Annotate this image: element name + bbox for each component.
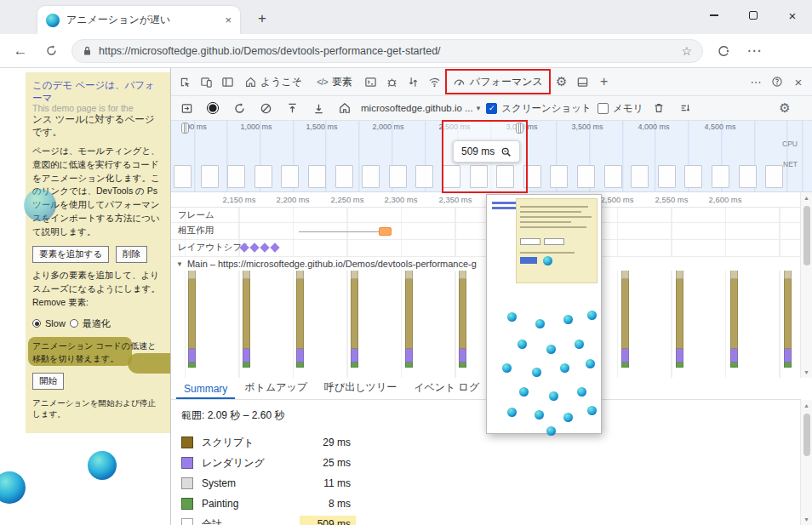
filmstrip-thumbnail[interactable] bbox=[739, 165, 757, 188]
flame-activity-bar[interactable] bbox=[730, 271, 738, 368]
filmstrip-thumbnail[interactable] bbox=[523, 165, 541, 188]
memory-checkbox[interactable]: メモリ bbox=[598, 102, 643, 115]
start-button[interactable]: 開始 bbox=[32, 373, 64, 390]
scroll-up-icon[interactable]: ▲ bbox=[801, 195, 812, 201]
import-profile-icon[interactable] bbox=[176, 98, 197, 118]
filmstrip-thumbnail[interactable] bbox=[658, 165, 676, 188]
collapse-icon[interactable] bbox=[675, 98, 695, 118]
remove-elements-button[interactable]: 削除 bbox=[116, 246, 147, 263]
flame-activity-bar[interactable] bbox=[784, 271, 792, 368]
tab-bottom-up[interactable]: ボトムアップ bbox=[237, 377, 315, 399]
browser-essentials-icon[interactable] bbox=[713, 41, 734, 61]
browser-tab[interactable]: アニメーションが遅い × bbox=[37, 6, 240, 34]
scrollbar-thumb[interactable] bbox=[803, 206, 810, 265]
filmstrip-thumbnail[interactable] bbox=[550, 165, 568, 188]
home-icon bbox=[245, 77, 256, 88]
filmstrip-thumbnail[interactable] bbox=[335, 165, 353, 188]
tab-event-log[interactable]: イベント ログ bbox=[406, 377, 487, 399]
disclosure-triangle-icon[interactable]: ▼ bbox=[176, 260, 183, 268]
flame-activity-bar[interactable] bbox=[243, 271, 250, 368]
url-field[interactable]: https://microsoftedge.github.io/Demos/de… bbox=[71, 39, 703, 63]
close-button[interactable]: × bbox=[773, 0, 812, 31]
refresh-icon[interactable] bbox=[41, 41, 61, 61]
filmstrip-thumbnail[interactable] bbox=[604, 165, 622, 188]
optimized-radio[interactable] bbox=[70, 319, 78, 328]
favorite-star-icon[interactable]: ☆ bbox=[681, 44, 692, 58]
new-tab-button[interactable]: + bbox=[252, 9, 272, 30]
flame-activity-bar[interactable] bbox=[676, 271, 683, 368]
flame-activity-bar[interactable] bbox=[296, 271, 304, 368]
filmstrip-thumbnail[interactable] bbox=[254, 165, 272, 188]
dock-side-icon[interactable] bbox=[573, 71, 593, 92]
filmstrip-thumbnail[interactable] bbox=[308, 165, 326, 188]
activity-bar-icon[interactable] bbox=[217, 71, 237, 92]
filmstrip-thumbnail[interactable] bbox=[684, 165, 702, 188]
add-elements-button[interactable]: 要素を追加する bbox=[32, 246, 109, 263]
slow-radio[interactable] bbox=[32, 319, 41, 328]
debugger-icon[interactable] bbox=[381, 71, 402, 92]
tab-close-icon[interactable]: × bbox=[225, 14, 232, 26]
tab-performance[interactable]: パフォーマンス bbox=[445, 69, 551, 94]
save-profile-icon[interactable] bbox=[308, 98, 329, 118]
settings-menu-icon[interactable]: ⋯ bbox=[744, 41, 764, 61]
filmstrip-thumbnail[interactable] bbox=[631, 165, 649, 188]
overview-handle-right[interactable] bbox=[516, 123, 523, 134]
screenshots-checkbox[interactable]: ✓ スクリーンショット bbox=[486, 102, 592, 115]
close-devtools-icon[interactable]: × bbox=[788, 71, 809, 92]
filmstrip-thumbnail[interactable] bbox=[389, 165, 407, 188]
filmstrip-thumbnail[interactable] bbox=[201, 165, 219, 188]
flame-activity-bar[interactable] bbox=[621, 271, 629, 368]
flame-activity-bar[interactable] bbox=[459, 271, 466, 368]
layout-shift-marker[interactable] bbox=[270, 243, 279, 252]
filmstrip-thumbnail[interactable] bbox=[712, 165, 729, 188]
filmstrip-thumbnail[interactable] bbox=[443, 165, 460, 188]
flame-activity-bar[interactable] bbox=[405, 271, 413, 368]
layout-shift-marker[interactable] bbox=[249, 243, 259, 252]
minimize-button[interactable] bbox=[695, 0, 734, 31]
network-icon[interactable] bbox=[403, 71, 423, 92]
device-toolbar-icon[interactable] bbox=[196, 71, 216, 92]
filmstrip-thumbnail[interactable] bbox=[362, 165, 380, 188]
timeline-scrollbar[interactable]: ▲ ▼ bbox=[800, 192, 812, 378]
scroll-up-icon[interactable]: ▲ bbox=[801, 402, 812, 408]
wifi-icon[interactable] bbox=[424, 71, 444, 92]
load-profile-icon[interactable] bbox=[282, 98, 302, 118]
filmstrip-thumbnail[interactable] bbox=[577, 165, 595, 188]
settings-gear-icon[interactable]: ⚙ bbox=[552, 71, 572, 92]
filmstrip-thumbnail[interactable] bbox=[174, 165, 192, 188]
flame-activity-bar[interactable] bbox=[188, 271, 196, 368]
tab-welcome[interactable]: ようこそ bbox=[238, 68, 309, 95]
record-icon[interactable] bbox=[203, 98, 223, 118]
filmstrip-thumbnail[interactable] bbox=[765, 165, 783, 188]
interaction-bar[interactable] bbox=[379, 227, 392, 236]
console-icon[interactable] bbox=[360, 71, 380, 92]
perf-settings-gear-icon[interactable]: ⚙ bbox=[775, 98, 795, 118]
page-selector[interactable]: microsoftedge.github.io ... ▾ bbox=[361, 103, 480, 113]
tab-elements[interactable]: </> 要素 bbox=[310, 68, 359, 95]
flame-activity-bar[interactable] bbox=[351, 271, 358, 368]
filmstrip-thumbnail[interactable] bbox=[415, 165, 433, 188]
filmstrip-thumbnail[interactable] bbox=[496, 165, 514, 188]
clear-icon[interactable] bbox=[255, 98, 276, 118]
overview-handle-left[interactable] bbox=[181, 123, 189, 134]
trash-icon[interactable] bbox=[649, 98, 669, 118]
filmstrip-thumbnail[interactable] bbox=[281, 165, 299, 188]
reload-record-icon[interactable] bbox=[229, 98, 249, 118]
back-icon[interactable]: ← bbox=[10, 41, 31, 61]
scroll-down-icon[interactable]: ▼ bbox=[801, 369, 812, 375]
filmstrip-thumbnail[interactable] bbox=[227, 165, 245, 188]
home-nav-icon[interactable] bbox=[335, 98, 355, 118]
timeline-overview[interactable]: 500 ms1,000 ms1,500 ms2,000 ms2,500 ms3,… bbox=[171, 121, 812, 192]
layout-shift-marker[interactable] bbox=[260, 243, 269, 252]
add-panel-icon[interactable]: + bbox=[594, 71, 615, 92]
summary-scrollbar[interactable]: ▲ ▼ bbox=[800, 400, 812, 525]
feedback-icon[interactable] bbox=[767, 71, 787, 92]
tab-call-tree[interactable]: 呼び出しツリー bbox=[317, 377, 404, 399]
maximize-button[interactable] bbox=[734, 0, 773, 31]
scroll-down-icon[interactable]: ▼ bbox=[801, 516, 812, 522]
more-options-icon[interactable]: ⋯ bbox=[746, 71, 766, 92]
inspect-icon[interactable] bbox=[174, 71, 195, 92]
scrollbar-thumb[interactable] bbox=[803, 414, 810, 456]
tab-summary[interactable]: Summary bbox=[176, 379, 235, 399]
filmstrip-thumbnail[interactable] bbox=[470, 165, 488, 188]
